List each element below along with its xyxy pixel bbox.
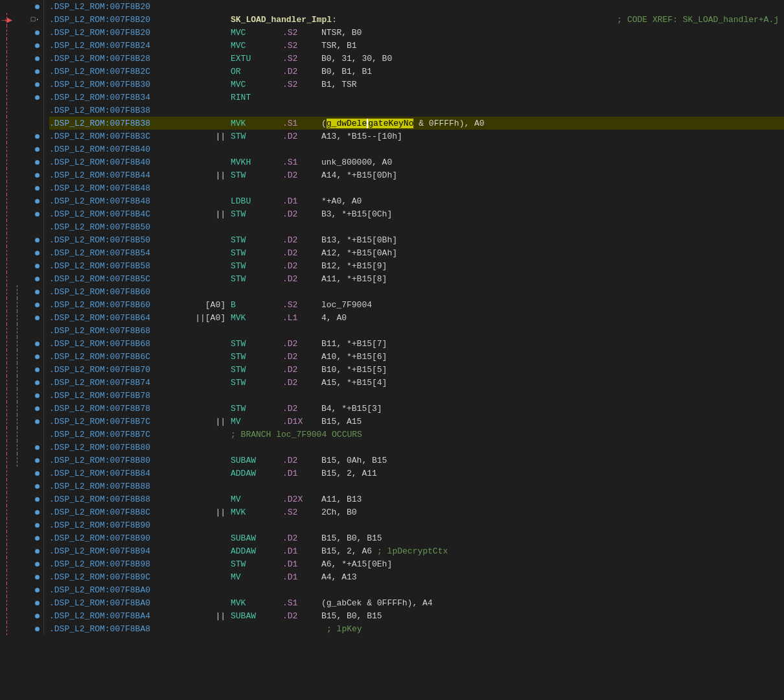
breakpoint-dot[interactable]	[35, 212, 40, 216]
code-line[interactable]: .DSP_L2_ROM:007F8B98STW.D1A6, *+A15[0Eh]	[49, 557, 784, 570]
breakpoint-dot[interactable]	[35, 393, 40, 398]
code-line[interactable]: .DSP_L2_ROM:007F8B54STW.D2A12, *+B15[0Ah…	[49, 246, 784, 259]
gutter-line	[0, 181, 43, 194]
breakpoint-dot[interactable]	[35, 160, 40, 165]
code-line[interactable]: .DSP_L2_ROM:007F8B80	[49, 441, 784, 454]
code-line[interactable]: .DSP_L2_ROM:007F8B84ADDAW.D1B15, 2, A11	[49, 467, 784, 480]
code-line[interactable]: .DSP_L2_ROM:007F8B50STW.D2B13, *+B15[0Bh…	[49, 233, 784, 246]
code-line[interactable]: .DSP_L2_ROM:007F8B3C||STW.D2A13, *B15--[…	[49, 130, 784, 143]
code-line[interactable]: .DSP_L2_ROM:007F8B38	[49, 104, 784, 117]
breakpoint-dot[interactable]	[35, 186, 40, 191]
breakpoint-dot[interactable]	[35, 601, 40, 605]
breakpoint-dot[interactable]	[35, 627, 40, 631]
breakpoint-dot[interactable]	[35, 471, 40, 476]
code-line[interactable]: .DSP_L2_ROM:007F8B78STW.D2B4, *+B15[3]	[49, 402, 784, 415]
breakpoint-dot[interactable]	[35, 238, 40, 242]
breakpoint-dot[interactable]	[35, 536, 40, 541]
code-area[interactable]: .DSP_L2_ROM:007F8B20.DSP_L2_ROM:007F8B20…	[44, 0, 784, 635]
code-line[interactable]: .DSP_L2_ROM:007F8B4C||STW.D2B3, *+B15[0C…	[49, 207, 784, 220]
breakpoint-dot[interactable]	[35, 277, 40, 281]
breakpoint-dot[interactable]	[35, 484, 40, 489]
breakpoint-dot[interactable]	[35, 43, 40, 48]
code-line[interactable]: .DSP_L2_ROM:007F8B48	[49, 181, 784, 194]
breakpoint-dot[interactable]	[35, 380, 40, 385]
breakpoint-dot[interactable]	[35, 497, 40, 502]
code-line[interactable]: .DSP_L2_ROM:007F8B48LDBU.D1*+A0, A0	[49, 194, 784, 207]
breakpoint-dot[interactable]	[35, 5, 40, 9]
breakpoint-dot[interactable]	[35, 56, 40, 61]
code-line[interactable]: .DSP_L2_ROM:007F8B94ADDAW.D1B15, 2, A6; …	[49, 544, 784, 557]
breakpoint-dot[interactable]	[35, 69, 40, 74]
code-line[interactable]: .DSP_L2_ROM:007F8B88MV.D2XA11, B13	[49, 493, 784, 506]
breakpoint-dot[interactable]	[35, 368, 40, 372]
code-line[interactable]: .DSP_L2_ROM:007F8B6CSTW.D2A10, *+B15[6]	[49, 350, 784, 363]
code-line[interactable]: .DSP_L2_ROM:007F8B30MVC.S2B1, TSR	[49, 78, 784, 91]
code-line[interactable]: .DSP_L2_ROM:007F8BA0	[49, 583, 784, 596]
code-line[interactable]: .DSP_L2_ROM:007F8B60[A0]B.S2loc_7F9004	[49, 298, 784, 311]
breakpoint-dot[interactable]	[35, 95, 40, 100]
code-line[interactable]: .DSP_L2_ROM:007F8B40	[49, 143, 784, 156]
code-line[interactable]: .DSP_L2_ROM:007F8BA4||SUBAW.D2B15, B0, B…	[49, 609, 784, 622]
breakpoint-dot[interactable]	[35, 30, 40, 35]
code-line[interactable]: .DSP_L2_ROM:007F8B7C||MV.D1XB15, A15	[49, 415, 784, 428]
code-line[interactable]: .DSP_L2_ROM:007F8B20SK_LOAD_handler_Impl…	[49, 13, 784, 26]
breakpoint-dot[interactable]	[35, 134, 40, 139]
code-line[interactable]: .DSP_L2_ROM:007F8B5CSTW.D2A11, *+B15[8]	[49, 272, 784, 285]
code-line[interactable]: .DSP_L2_ROM:007F8B44||STW.D2A14, *+B15[0…	[49, 169, 784, 181]
code-line[interactable]: .DSP_L2_ROM:007F8B90	[49, 519, 784, 531]
breakpoint-dot[interactable]	[35, 82, 40, 87]
code-line[interactable]: .DSP_L2_ROM:007F8B74STW.D2A15, *+B15[4]	[49, 376, 784, 389]
code-line[interactable]: .DSP_L2_ROM:007F8B88	[49, 480, 784, 493]
code-line[interactable]: .DSP_L2_ROM:007F8B2COR.D2B0, B1, B1	[49, 65, 784, 78]
breakpoint-dot[interactable]	[35, 173, 40, 178]
breakpoint-dot[interactable]	[35, 445, 40, 450]
dashed-gray-line	[17, 298, 17, 311]
breakpoint-dot[interactable]	[35, 264, 40, 268]
code-line[interactable]: .DSP_L2_ROM:007F8B60	[49, 285, 784, 298]
code-line[interactable]: .DSP_L2_ROM:007F8B64||[A0]MVK.L14, A0	[49, 311, 784, 324]
code-line[interactable]: .DSP_L2_ROM:007F8B24MVC.S2TSR, B1	[49, 39, 784, 52]
code-line[interactable]: .DSP_L2_ROM:007F8B40MVKH.S1unk_800000, A…	[49, 156, 784, 169]
code-line[interactable]: .DSP_L2_ROM:007F8B90SUBAW.D2B15, B0, B15	[49, 531, 784, 544]
code-line[interactable]: .DSP_L2_ROM:007F8B8C||MVK.S22Ch, B0	[49, 506, 784, 519]
code-line[interactable]: .DSP_L2_ROM:007F8BA0MVK.S1(g_abCek & 0FF…	[49, 596, 784, 609]
breakpoint-dot[interactable]	[35, 523, 40, 528]
breakpoint-dot[interactable]	[35, 549, 40, 554]
breakpoint-dot[interactable]	[35, 510, 40, 515]
breakpoint-dot[interactable]	[35, 458, 40, 463]
breakpoint-dot[interactable]	[35, 147, 40, 152]
code-line[interactable]: .DSP_L2_ROM:007F8B34RINT	[49, 91, 784, 104]
breakpoint-dot[interactable]	[35, 419, 40, 424]
breakpoint-dot[interactable]	[35, 303, 40, 307]
breakpoint-dot[interactable]	[35, 316, 40, 320]
breakpoint-dot[interactable]	[35, 588, 40, 592]
code-line[interactable]: .DSP_L2_ROM:007F8B80SUBAW.D2B15, 0Ah, B1…	[49, 454, 784, 467]
code-line[interactable]: .DSP_L2_ROM:007F8BA8; lpKey	[49, 622, 784, 635]
code-line[interactable]: .DSP_L2_ROM:007F8B70STW.D2B10, *+B15[5]	[49, 363, 784, 376]
parallel-indicator: ||	[192, 209, 231, 219]
breakpoint-dot[interactable]	[35, 290, 40, 294]
code-line[interactable]: .DSP_L2_ROM:007F8B7C; BRANCH loc_7F9004 …	[49, 428, 784, 441]
code-line[interactable]: .DSP_L2_ROM:007F8B20	[49, 0, 784, 13]
breakpoint-dot[interactable]	[35, 199, 40, 204]
dashed-red-line	[6, 156, 7, 169]
code-line[interactable]: .DSP_L2_ROM:007F8B78	[49, 389, 784, 402]
code-line[interactable]: .DSP_L2_ROM:007F8B38MVK.S1(g_dwDelegateK…	[49, 117, 784, 130]
operands: B10, *+B15[5]	[321, 365, 387, 375]
code-line[interactable]: .DSP_L2_ROM:007F8B58STW.D2B12, *+B15[9]	[49, 259, 784, 272]
code-line[interactable]: .DSP_L2_ROM:007F8B50	[49, 220, 784, 233]
breakpoint-dot[interactable]	[35, 251, 40, 255]
breakpoint-dot[interactable]	[35, 355, 40, 359]
breakpoint-dot[interactable]	[35, 614, 40, 618]
breakpoint-dot[interactable]	[35, 562, 40, 566]
breakpoint-dot[interactable]	[35, 575, 40, 579]
code-line[interactable]: .DSP_L2_ROM:007F8B9CMV.D1A4, A13	[49, 570, 784, 583]
code-line[interactable]: .DSP_L2_ROM:007F8B20MVC.S2NTSR, B0	[49, 26, 784, 39]
line-comment: ; lpDecryptCtx	[372, 546, 448, 556]
code-line[interactable]: .DSP_L2_ROM:007F8B68	[49, 324, 784, 337]
code-line[interactable]: .DSP_L2_ROM:007F8B28EXTU.S2B0, 31, 30, B…	[49, 52, 784, 65]
code-line[interactable]: .DSP_L2_ROM:007F8B68STW.D2B11, *+B15[7]	[49, 337, 784, 350]
breakpoint-dot[interactable]	[35, 342, 40, 346]
dashed-red-line	[6, 52, 7, 65]
breakpoint-dot[interactable]	[35, 406, 40, 411]
